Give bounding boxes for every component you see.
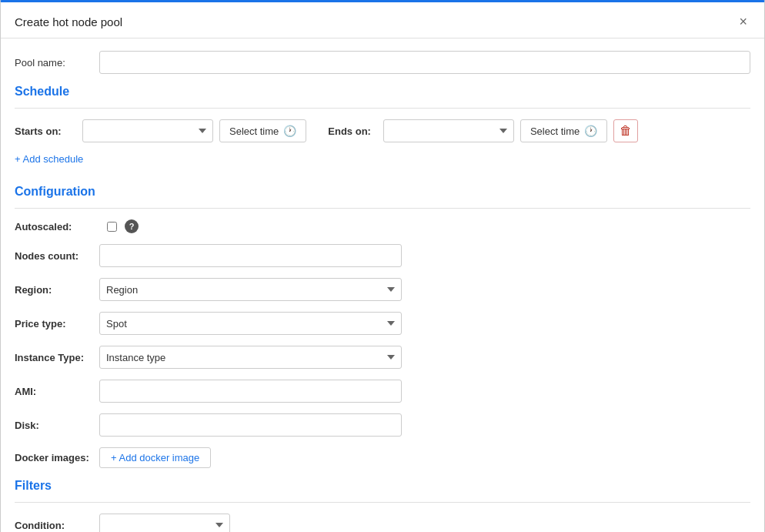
clock-icon-ends: 🕐 bbox=[584, 125, 597, 137]
schedule-row: Starts on: Select time 🕐 Ends on: Select… bbox=[15, 119, 750, 142]
pool-name-label: Pool name: bbox=[15, 57, 99, 69]
delete-schedule-button[interactable]: 🗑 bbox=[613, 119, 638, 142]
instance-type-select[interactable]: Instance type bbox=[99, 346, 402, 369]
ends-on-time-button[interactable]: Select time 🕐 bbox=[520, 119, 607, 142]
disk-row: Disk: bbox=[15, 413, 750, 437]
autoscaled-row: Autoscaled: ? bbox=[15, 219, 750, 233]
configuration-section-title: Configuration bbox=[15, 185, 750, 199]
filters-section-title: Filters bbox=[15, 479, 750, 493]
nodes-count-label: Nodes count: bbox=[15, 250, 99, 262]
region-label: Region: bbox=[15, 284, 99, 296]
starts-on-label: Starts on: bbox=[15, 125, 76, 137]
clock-icon-starts: 🕐 bbox=[283, 125, 296, 137]
ends-on-label: Ends on: bbox=[328, 125, 371, 137]
disk-label: Disk: bbox=[15, 420, 99, 431]
docker-images-label: Docker images: bbox=[15, 452, 99, 463]
schedule-divider bbox=[15, 108, 750, 109]
instance-type-label: Instance Type: bbox=[15, 352, 99, 363]
ends-on-time-label: Select time bbox=[530, 125, 580, 137]
add-docker-image-button[interactable]: + Add docker image bbox=[99, 447, 211, 468]
condition-row: Condition: AND OR bbox=[15, 514, 750, 532]
price-type-select[interactable]: Spot On-Demand bbox=[99, 312, 402, 335]
dialog-header: Create hot node pool × bbox=[1, 2, 764, 38]
condition-select[interactable]: AND OR bbox=[99, 514, 230, 532]
help-icon[interactable]: ? bbox=[125, 219, 139, 233]
trash-icon: 🗑 bbox=[620, 124, 632, 138]
starts-on-time-label: Select time bbox=[229, 125, 279, 137]
schedule-section-title: Schedule bbox=[15, 85, 750, 99]
configuration-divider bbox=[15, 208, 750, 209]
region-row: Region: Region bbox=[15, 278, 750, 301]
nodes-count-input[interactable] bbox=[99, 244, 402, 267]
ami-row: AMI: bbox=[15, 380, 750, 403]
price-type-label: Price type: bbox=[15, 318, 99, 330]
ami-input[interactable] bbox=[99, 380, 402, 403]
price-type-row: Price type: Spot On-Demand bbox=[15, 312, 750, 335]
close-button[interactable]: × bbox=[736, 13, 750, 30]
docker-images-row: Docker images: + Add docker image bbox=[15, 447, 750, 468]
dialog-body: Pool name: Schedule Starts on: Select ti… bbox=[1, 38, 764, 532]
ends-on-select[interactable] bbox=[383, 119, 514, 142]
autoscaled-checkbox[interactable] bbox=[107, 222, 117, 232]
pool-name-input[interactable] bbox=[99, 51, 750, 74]
create-hot-node-pool-dialog: Create hot node pool × Pool name: Schedu… bbox=[0, 0, 765, 532]
ami-label: AMI: bbox=[15, 386, 99, 397]
pool-name-row: Pool name: bbox=[15, 51, 750, 74]
dialog-title: Create hot node pool bbox=[15, 15, 122, 28]
condition-label: Condition: bbox=[15, 520, 99, 531]
starts-on-select[interactable] bbox=[82, 119, 213, 142]
nodes-count-row: Nodes count: bbox=[15, 244, 750, 267]
instance-type-row: Instance Type: Instance type bbox=[15, 346, 750, 369]
filters-divider bbox=[15, 502, 750, 503]
region-select[interactable]: Region bbox=[99, 278, 402, 301]
autoscaled-label: Autoscaled: bbox=[15, 221, 99, 233]
starts-on-time-button[interactable]: Select time 🕐 bbox=[219, 119, 306, 142]
add-schedule-button[interactable]: + Add schedule bbox=[15, 150, 83, 168]
disk-input[interactable] bbox=[99, 413, 402, 437]
